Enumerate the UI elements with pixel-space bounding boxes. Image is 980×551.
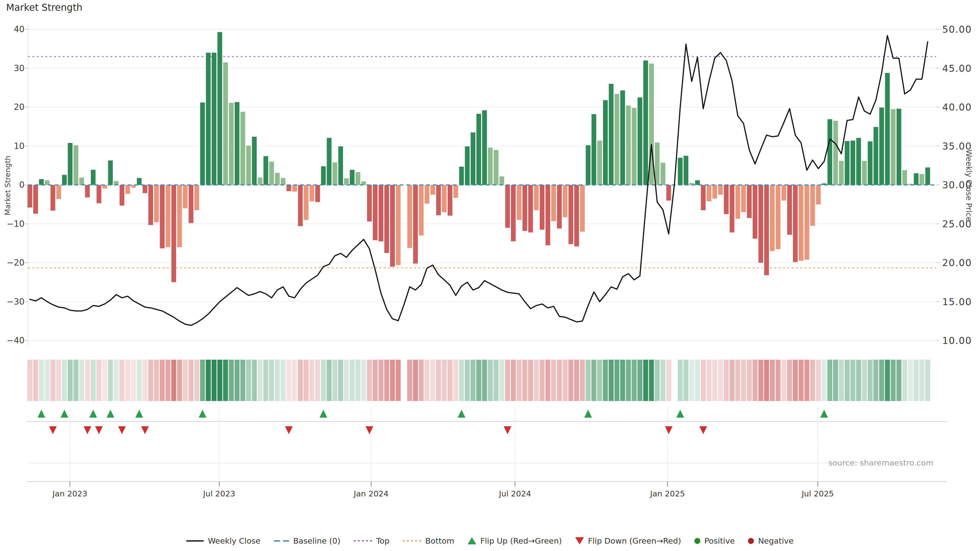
strength-bar bbox=[85, 185, 90, 197]
flip-up-marker bbox=[820, 410, 828, 418]
heatmap-cell bbox=[505, 360, 510, 401]
heatmap-cell bbox=[292, 360, 297, 401]
heatmap-cell bbox=[764, 360, 769, 401]
strength-bar bbox=[707, 185, 711, 201]
strength-bar bbox=[752, 185, 757, 238]
strength-bar bbox=[655, 143, 660, 185]
strength-bar bbox=[551, 185, 556, 221]
legend-item-flip-down: Flip Down (Green→Red) bbox=[575, 536, 681, 545]
heatmap-cell bbox=[338, 360, 343, 401]
strength-bar bbox=[459, 167, 464, 185]
flip-down-marker bbox=[118, 426, 126, 434]
legend-label: Flip Up (Red→Green) bbox=[480, 536, 562, 545]
strength-bar bbox=[902, 170, 907, 185]
strength-bar bbox=[252, 137, 257, 185]
strength-bar bbox=[154, 185, 159, 222]
strength-bar bbox=[810, 185, 815, 226]
heatmap-cell bbox=[165, 360, 170, 401]
strength-bar bbox=[137, 178, 142, 185]
heatmap-cell bbox=[217, 360, 222, 401]
flip-up-marker bbox=[107, 410, 115, 418]
left-tick-label: 30 bbox=[14, 63, 24, 73]
strength-bar bbox=[522, 185, 527, 231]
strength-bar bbox=[816, 185, 821, 204]
strength-bar bbox=[873, 127, 878, 185]
strength-bar bbox=[804, 185, 809, 260]
left-tick-label: −30 bbox=[6, 297, 24, 306]
strength-bar bbox=[493, 150, 498, 185]
strength-bar bbox=[799, 185, 803, 261]
heatmap-cell bbox=[891, 360, 896, 401]
heatmap-cell bbox=[171, 360, 176, 401]
heatmap-cell bbox=[776, 360, 780, 401]
flip-down-marker bbox=[504, 426, 511, 434]
strength-bar bbox=[534, 185, 539, 210]
strength-bar bbox=[281, 178, 286, 185]
strength-bar bbox=[39, 179, 44, 185]
heatmap-cell bbox=[868, 360, 873, 401]
heatmap-cell bbox=[275, 360, 280, 401]
legend: Weekly Close Baseline (0) Top Bottom Fli… bbox=[0, 536, 980, 545]
heatmap-cell bbox=[350, 360, 355, 401]
x-tick-label: Jan 2024 bbox=[353, 489, 389, 498]
flip-down-marker bbox=[366, 426, 373, 434]
heatmap-cell bbox=[660, 360, 665, 401]
strength-bar bbox=[350, 170, 355, 185]
strength-bar bbox=[643, 60, 648, 185]
bottom-dots-icon bbox=[403, 540, 421, 541]
heatmap-cell bbox=[672, 360, 677, 401]
strength-bar bbox=[879, 108, 884, 185]
heatmap-cell bbox=[355, 360, 360, 401]
heatmap-cell bbox=[91, 360, 95, 401]
top-dots-icon bbox=[354, 540, 372, 541]
heatmap-cell bbox=[706, 360, 711, 401]
strength-bar bbox=[194, 185, 199, 210]
strength-bar bbox=[148, 185, 153, 225]
strength-bar bbox=[80, 178, 84, 185]
heatmap-cell bbox=[258, 360, 262, 401]
left-tick-label: −10 bbox=[6, 219, 24, 229]
heatmap-cell bbox=[396, 360, 401, 401]
strength-bar bbox=[781, 185, 786, 200]
heatmap-cell bbox=[701, 360, 706, 401]
flip-up-marker bbox=[320, 410, 327, 418]
x-tick-label: Jan 2023 bbox=[52, 489, 88, 498]
heatmap-cell bbox=[459, 360, 464, 401]
flip-up-marker bbox=[89, 410, 97, 418]
strength-bar bbox=[97, 185, 101, 203]
baseline-dash-icon bbox=[274, 540, 289, 541]
left-tick-label: −20 bbox=[6, 258, 24, 268]
strength-bar bbox=[125, 185, 130, 194]
heatmap-cell bbox=[885, 360, 890, 401]
x-tick-label: Jan 2025 bbox=[649, 489, 685, 498]
heatmap-cell bbox=[200, 360, 205, 401]
strength-bar bbox=[73, 145, 78, 185]
heatmap-cell bbox=[908, 360, 913, 401]
right-tick-label: 25.00 bbox=[942, 219, 972, 230]
heatmap-cell bbox=[511, 360, 516, 401]
legend-label: Top bbox=[376, 536, 390, 545]
heatmap-cell bbox=[453, 360, 458, 401]
strength-bar bbox=[442, 185, 447, 212]
heatmap-cell bbox=[62, 360, 67, 401]
strength-bar bbox=[845, 141, 850, 185]
source-note: source: sharemaestro.com bbox=[829, 458, 934, 467]
heatmap-cell bbox=[148, 360, 153, 401]
chart-canvas: 403020100−10−20−30−4050.0045.0040.0035.0… bbox=[0, 0, 980, 551]
strength-bar bbox=[925, 167, 930, 185]
heatmap-cell bbox=[372, 360, 377, 401]
heatmap-cell bbox=[304, 360, 309, 401]
legend-item-negative: Negative bbox=[748, 536, 794, 545]
strength-bar bbox=[793, 185, 798, 262]
heatmap-cell bbox=[724, 360, 729, 401]
strength-bar bbox=[787, 185, 792, 235]
heatmap-cell bbox=[845, 360, 850, 401]
strength-bar bbox=[91, 170, 96, 185]
heatmap-cell bbox=[914, 360, 918, 401]
heatmap-cell bbox=[448, 360, 452, 401]
strength-bar bbox=[361, 181, 366, 185]
heatmap-cell bbox=[309, 360, 314, 401]
heatmap-cell bbox=[465, 360, 469, 401]
strength-bar bbox=[557, 185, 562, 229]
strength-bar bbox=[165, 185, 170, 247]
